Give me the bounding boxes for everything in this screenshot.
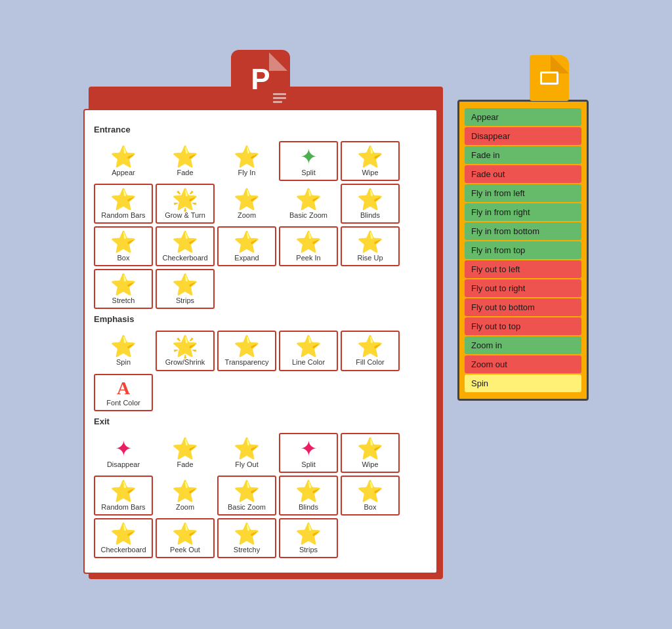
- right-panel: Appear Disappear Fade in Fade out Fly in…: [457, 81, 589, 401]
- exit-grid: ✦ Disappear ⭐ Fade ⭐ Fly Out ✦ Split ⭐: [94, 433, 427, 559]
- exit-box-label: Box: [364, 503, 377, 512]
- fillcolor-icon: ⭐: [357, 336, 383, 357]
- expand-icon: ⭐: [234, 232, 260, 253]
- emphasis-grid: ⭐ Spin 🌟 Grow/Shrink ⭐ Transparency ⭐ Li…: [94, 331, 427, 411]
- main-container: P Entrance ⭐ Appear ⭐: [83, 81, 589, 575]
- anim-exit-checkerboard[interactable]: ⭐ Checkerboard: [94, 518, 153, 558]
- anim-stretch[interactable]: ⭐ Stretch: [94, 269, 153, 309]
- anim-exit-stretchy[interactable]: ⭐ Stretchy: [217, 518, 276, 558]
- slide-spin[interactable]: Spin: [465, 375, 581, 392]
- randombars-label: Random Bars: [101, 211, 145, 220]
- transparency-label: Transparency: [225, 358, 269, 367]
- fontcolor-label: Font Color: [106, 399, 140, 407]
- fade-label: Fade: [177, 169, 193, 177]
- slide-flyinright[interactable]: Fly in from right: [465, 203, 581, 221]
- anim-exit-peekout[interactable]: ⭐ Peek Out: [156, 518, 215, 558]
- anim-exit-split[interactable]: ✦ Split: [279, 433, 338, 473]
- entrance-grid: ⭐ Appear ⭐ Fade ⭐ Fly In ✦ Split ⭐ Wip: [94, 141, 427, 310]
- riseup-icon: ⭐: [357, 232, 383, 253]
- anim-growturn[interactable]: 🌟 Grow & Turn: [156, 184, 215, 224]
- anim-fontcolor[interactable]: A Font Color: [94, 374, 153, 411]
- anim-exit-box[interactable]: ⭐ Box: [341, 476, 400, 516]
- anim-blinds[interactable]: ⭐ Blinds: [341, 184, 400, 224]
- anim-spin[interactable]: ⭐ Spin: [94, 331, 153, 371]
- anim-transparency[interactable]: ⭐ Transparency: [217, 331, 276, 371]
- anim-exit-disappear[interactable]: ✦ Disappear: [94, 433, 153, 473]
- anim-exit-strips[interactable]: ⭐ Strips: [279, 518, 338, 558]
- slide-appear[interactable]: Appear: [465, 108, 581, 126]
- blinds-icon: ⭐: [357, 189, 383, 210]
- ppt-letter: P: [251, 63, 270, 96]
- slide-flyinbottom[interactable]: Fly in from bottom: [465, 222, 581, 240]
- anim-exit-fade[interactable]: ⭐ Fade: [156, 433, 215, 473]
- anim-exit-randombars[interactable]: ⭐ Random Bars: [94, 476, 153, 516]
- anim-peekin[interactable]: ⭐ Peek In: [279, 226, 338, 266]
- slide-disappear[interactable]: Disappear: [465, 127, 581, 145]
- exit-peekout-label: Peek Out: [170, 546, 200, 554]
- anim-zoom[interactable]: ⭐ Zoom: [217, 184, 276, 224]
- split-icon: ✦: [300, 146, 318, 167]
- slide-fadein[interactable]: Fade in: [465, 146, 581, 164]
- slides-panel: Appear Disappear Fade in Fade out Fly in…: [457, 100, 589, 401]
- appear-icon: ⭐: [110, 146, 136, 167]
- slide-flyoutleft[interactable]: Fly out to left: [465, 260, 581, 278]
- anim-appear[interactable]: ⭐ Appear: [94, 141, 153, 181]
- anim-strips-ent[interactable]: ⭐ Strips: [156, 269, 215, 309]
- spin-icon: ⭐: [110, 336, 136, 357]
- anim-riseup[interactable]: ⭐ Rise Up: [341, 226, 400, 266]
- anim-growshrink[interactable]: 🌟 Grow/Shrink: [156, 331, 215, 371]
- anim-exit-basiczoom[interactable]: ⭐ Basic Zoom: [217, 476, 276, 516]
- anim-randombars[interactable]: ⭐ Random Bars: [94, 184, 153, 224]
- slide-flyintop[interactable]: Fly in from top: [465, 241, 581, 259]
- checkerboard-label: Checkerboard: [162, 254, 207, 262]
- anim-fillcolor[interactable]: ⭐ Fill Color: [341, 331, 400, 371]
- exit-peekout-icon: ⭐: [172, 523, 198, 544]
- strips-ent-label: Strips: [176, 296, 194, 305]
- slide-flyoutbottom[interactable]: Fly out to bottom: [465, 298, 581, 316]
- split-label: Split: [301, 169, 315, 177]
- anim-split[interactable]: ✦ Split: [279, 141, 338, 181]
- anim-wipe[interactable]: ⭐ Wipe: [341, 141, 400, 181]
- exit-flyout-icon: ⭐: [234, 438, 260, 459]
- fillcolor-label: Fill Color: [356, 358, 384, 367]
- peekin-icon: ⭐: [295, 232, 322, 253]
- anim-exit-flyout[interactable]: ⭐ Fly Out: [217, 433, 276, 473]
- slide-flyinleft[interactable]: Fly in from left: [465, 184, 581, 202]
- slide-flyouttop[interactable]: Fly out to top: [465, 317, 581, 335]
- zoom-label: Zoom: [238, 211, 256, 220]
- exit-randombars-label: Random Bars: [101, 503, 145, 512]
- anim-flyin[interactable]: ⭐ Fly In: [217, 141, 276, 181]
- exit-checkerboard-label: Checkerboard: [100, 546, 146, 554]
- basiczoom-icon: ⭐: [295, 189, 322, 210]
- anim-fade[interactable]: ⭐ Fade: [156, 141, 215, 181]
- checkerboard-icon: ⭐: [172, 232, 198, 253]
- linecolor-icon: ⭐: [295, 336, 322, 357]
- anim-box[interactable]: ⭐ Box: [94, 226, 153, 266]
- slide-zoomin[interactable]: Zoom in: [465, 336, 581, 354]
- slide-zoomout[interactable]: Zoom out: [465, 355, 581, 373]
- anim-expand[interactable]: ⭐ Expand: [217, 226, 276, 266]
- growturn-icon: 🌟: [172, 189, 198, 210]
- linecolor-label: Line Color: [292, 358, 325, 367]
- stretch-label: Stretch: [112, 296, 135, 305]
- flyin-label: Fly In: [238, 169, 256, 177]
- exit-title: Exit: [94, 416, 427, 426]
- slide-fadeout[interactable]: Fade out: [465, 165, 581, 183]
- exit-randombars-icon: ⭐: [110, 481, 136, 502]
- exit-checkerboard-icon: ⭐: [110, 523, 136, 544]
- anim-basiczoom[interactable]: ⭐ Basic Zoom: [279, 184, 338, 224]
- anim-exit-wipe[interactable]: ⭐ Wipe: [341, 433, 400, 473]
- growshrink-label: Grow/Shrink: [165, 358, 205, 367]
- anim-linecolor[interactable]: ⭐ Line Color: [279, 331, 338, 371]
- box-label: Box: [117, 254, 130, 262]
- exit-disappear-icon: ✦: [115, 438, 133, 459]
- anim-checkerboard[interactable]: ⭐ Checkerboard: [156, 226, 215, 266]
- wipe-icon: ⭐: [357, 146, 383, 167]
- emphasis-title: Emphasis: [94, 314, 427, 324]
- flyin-icon: ⭐: [234, 146, 260, 167]
- slide-flyoutright[interactable]: Fly out to right: [465, 279, 581, 297]
- anim-exit-blinds[interactable]: ⭐ Blinds: [279, 476, 338, 516]
- anim-exit-zoom[interactable]: ⭐ Zoom: [156, 476, 215, 516]
- svg-rect-1: [273, 97, 286, 99]
- fontcolor-icon: A: [117, 379, 130, 397]
